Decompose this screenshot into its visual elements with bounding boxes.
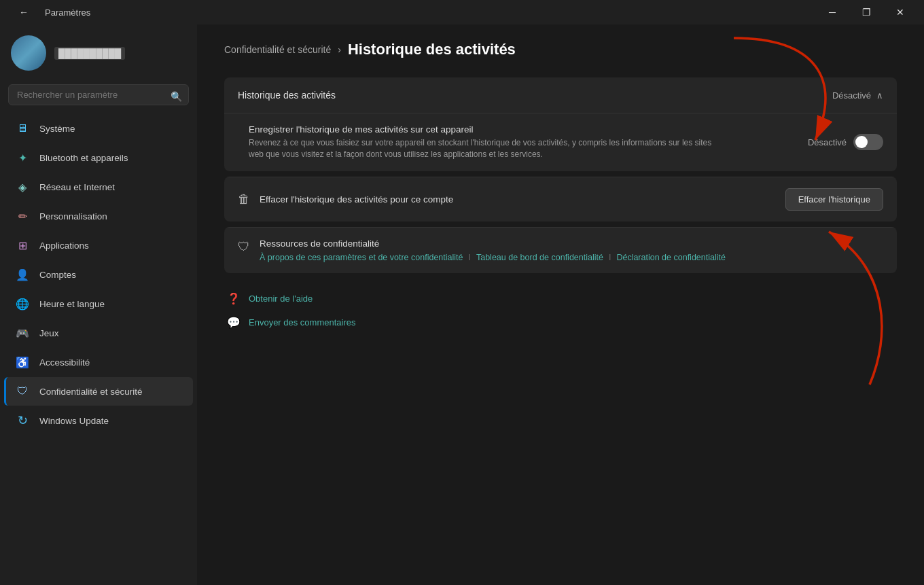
help-icon: ❓ xyxy=(227,292,241,305)
record-history-status: Désactivé xyxy=(808,137,847,147)
sidebar-item-accounts-label: Comptes xyxy=(39,270,76,280)
privacy-link-about[interactable]: À propos de ces paramètres et de votre c… xyxy=(260,253,463,262)
back-button[interactable]: ← xyxy=(8,1,39,23)
app-title: Paramètres xyxy=(45,7,90,18)
search-container: 🔍 xyxy=(0,79,197,113)
record-history-row: Enregistrer l'historique de mes activité… xyxy=(224,113,897,171)
network-icon: ◈ xyxy=(15,179,30,194)
sidebar-item-network[interactable]: ◈ Réseau et Internet xyxy=(4,173,193,201)
sidebar-item-time-label: Heure et langue xyxy=(39,299,105,309)
page-title: Historique des activités xyxy=(348,41,516,58)
sidebar-item-accessibility[interactable]: ♿ Accessibilité xyxy=(4,348,193,376)
main-content: Confidentialité et sécurité › Historique… xyxy=(197,24,924,585)
clear-history-section: 🗑 Effacer l'historique des activités pou… xyxy=(224,177,897,221)
sidebar-item-apps-label: Applications xyxy=(39,241,89,251)
clear-history-row: 🗑 Effacer l'historique des activités pou… xyxy=(224,177,897,221)
sidebar-item-accounts[interactable]: 👤 Comptes xyxy=(4,260,193,289)
clear-history-button[interactable]: Effacer l'historique xyxy=(785,188,883,211)
privacy-resources-row: 🛡 Ressources de confidentialité À propos… xyxy=(224,227,897,273)
search-input[interactable] xyxy=(8,84,189,105)
system-icon: 🖥 xyxy=(15,121,30,136)
trash-icon: 🗑 xyxy=(238,192,250,207)
send-feedback-link[interactable]: 💬 Envoyer des commentaires xyxy=(224,311,897,334)
privacy-icon: 🛡 xyxy=(15,384,30,399)
avatar xyxy=(11,35,46,71)
get-help-link[interactable]: ❓ Obtenir de l'aide xyxy=(224,287,897,311)
minimize-button[interactable]: ─ xyxy=(817,1,848,23)
apps-icon: ⊞ xyxy=(15,238,30,253)
sidebar-item-gaming-label: Jeux xyxy=(39,328,59,338)
maximize-button[interactable]: ❐ xyxy=(851,1,882,23)
time-icon: 🌐 xyxy=(15,296,30,311)
toggle-knob xyxy=(855,136,868,148)
sidebar-item-personalization[interactable]: ✏ Personnalisation xyxy=(4,202,193,230)
sidebar-item-privacy[interactable]: 🛡 Confidentialité et sécurité xyxy=(4,377,193,406)
app-container: ██████████ 🔍 🖥 Système ✦ Bluetooth et ap… xyxy=(0,24,924,585)
sidebar-item-update[interactable]: ↻ Windows Update xyxy=(4,406,193,435)
record-history-control: Désactivé xyxy=(808,134,883,150)
close-button[interactable]: ✕ xyxy=(885,1,916,23)
clear-row-left: 🗑 Effacer l'historique des activités pou… xyxy=(238,192,453,207)
username: ██████████ xyxy=(54,47,125,60)
sidebar-item-personalization-label: Personnalisation xyxy=(39,211,107,221)
update-icon: ↻ xyxy=(15,413,30,428)
nav-list: 🖥 Système ✦ Bluetooth et appareils ◈ Rés… xyxy=(0,113,197,436)
accounts-icon: 👤 xyxy=(15,267,30,282)
resource-sep-1: I xyxy=(468,253,470,262)
title-bar-left: ← Paramètres xyxy=(8,1,90,23)
record-history-info: Enregistrer l'historique de mes activité… xyxy=(249,124,808,160)
activities-status: Désactivé xyxy=(832,90,871,101)
send-feedback-label: Envoyer des commentaires xyxy=(249,317,356,327)
record-history-toggle[interactable] xyxy=(853,134,883,150)
sidebar-item-bluetooth-label: Bluetooth et appareils xyxy=(39,153,128,163)
privacy-resources-links: À propos de ces paramètres et de votre c… xyxy=(260,253,883,262)
privacy-resources-title: Ressources de confidentialité xyxy=(260,238,883,249)
feedback-icon: 💬 xyxy=(227,316,241,329)
profile-area: ██████████ xyxy=(0,24,197,79)
resource-sep-2: I xyxy=(609,253,611,262)
sidebar-item-time[interactable]: 🌐 Heure et langue xyxy=(4,289,193,318)
activities-section: Historique des activités Désactivé ∧ Enr… xyxy=(224,77,897,171)
search-icon: 🔍 xyxy=(171,91,182,102)
activities-section-title: Historique des activités xyxy=(238,90,336,101)
privacy-resources-content: Ressources de confidentialité À propos d… xyxy=(260,238,883,262)
activities-section-header[interactable]: Historique des activités Désactivé ∧ xyxy=(224,77,897,113)
sidebar-item-gaming[interactable]: 🎮 Jeux xyxy=(4,319,193,347)
sidebar-item-system-label: Système xyxy=(39,124,75,134)
activities-section-right: Désactivé ∧ xyxy=(832,90,883,101)
sidebar-item-update-label: Windows Update xyxy=(39,416,109,426)
help-section: ❓ Obtenir de l'aide 💬 Envoyer des commen… xyxy=(224,287,897,334)
shield-icon: 🛡 xyxy=(238,240,250,254)
get-help-label: Obtenir de l'aide xyxy=(249,294,313,304)
breadcrumb-separator: › xyxy=(338,44,341,55)
gaming-icon: 🎮 xyxy=(15,325,30,340)
sidebar: ██████████ 🔍 🖥 Système ✦ Bluetooth et ap… xyxy=(0,24,197,585)
privacy-resources-section: 🛡 Ressources de confidentialité À propos… xyxy=(224,227,897,273)
bluetooth-icon: ✦ xyxy=(15,150,30,165)
privacy-link-declaration[interactable]: Déclaration de confidentialité xyxy=(616,253,726,262)
breadcrumb: Confidentialité et sécurité › Historique… xyxy=(224,41,897,58)
chevron-up-icon: ∧ xyxy=(876,90,883,101)
clear-row-text: Effacer l'historique des activités pour … xyxy=(260,194,453,205)
record-history-title: Enregistrer l'historique de mes activité… xyxy=(249,124,794,135)
sidebar-item-bluetooth[interactable]: ✦ Bluetooth et appareils xyxy=(4,143,193,172)
title-bar-controls: ─ ❐ ✕ xyxy=(817,1,916,23)
sidebar-item-accessibility-label: Accessibilité xyxy=(39,357,90,368)
sidebar-item-system[interactable]: 🖥 Système xyxy=(4,114,193,143)
title-bar: ← Paramètres ─ ❐ ✕ xyxy=(0,0,924,24)
accessibility-icon: ♿ xyxy=(15,355,30,370)
avatar-image xyxy=(11,35,46,71)
sidebar-item-network-label: Réseau et Internet xyxy=(39,182,115,192)
breadcrumb-parent: Confidentialité et sécurité xyxy=(224,44,331,55)
sidebar-item-privacy-label: Confidentialité et sécurité xyxy=(39,387,143,397)
personalization-icon: ✏ xyxy=(15,209,30,224)
record-history-desc: Revenez à ce que vous faisiez sur votre … xyxy=(249,137,724,160)
sidebar-item-apps[interactable]: ⊞ Applications xyxy=(4,231,193,260)
privacy-link-dashboard[interactable]: Tableau de bord de confidentialité xyxy=(476,253,603,262)
